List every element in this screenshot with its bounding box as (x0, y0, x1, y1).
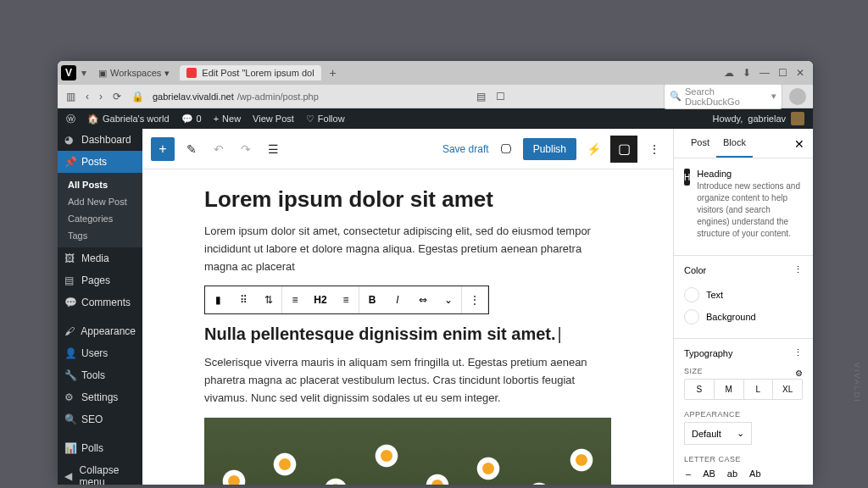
sidebar-item-addnew[interactable]: Add New Post (58, 193, 142, 210)
heart-icon: ♡ (306, 114, 314, 125)
text-align-button[interactable]: ≡ (333, 286, 359, 313)
reload-button[interactable]: ⟳ (111, 89, 123, 104)
case-none-button[interactable]: – (684, 467, 693, 480)
undo-button[interactable]: ↶ (209, 139, 229, 159)
sidebar-item-appearance[interactable]: 🖌Appearance (58, 320, 142, 342)
menu-icon[interactable]: ▾ (80, 65, 88, 80)
typography-panel-header[interactable]: Typography ⋮ (674, 339, 813, 367)
settings-slider-icon[interactable]: ⚙ (795, 369, 803, 378)
workspaces-label: Workspaces (110, 68, 161, 78)
block-options-button[interactable]: ⋮ (462, 286, 487, 313)
save-draft-button[interactable]: Save draft (442, 143, 489, 155)
heading-level-button[interactable]: H2 (308, 286, 333, 313)
case-capitalize-button[interactable]: Ab (748, 467, 762, 480)
sidebar-item-tags[interactable]: Tags (58, 227, 142, 244)
url-field[interactable]: gabrielav.vivaldi.net/wp-admin/post.php (153, 92, 319, 102)
sidebar-item-media[interactable]: 🖾Media (58, 247, 142, 269)
paragraph-block[interactable]: Scelerisque viverra mauris in aliquam se… (204, 354, 611, 407)
bold-button[interactable]: B (359, 286, 385, 313)
sidebar-item-seo[interactable]: 🔍SEO (58, 408, 142, 430)
search-input[interactable]: 🔍 Search DuckDuckGo ▾ (664, 84, 782, 109)
sidebar-item-dashboard[interactable]: ◕Dashboard (58, 129, 142, 151)
sidebar-item-comments[interactable]: 💬Comments (58, 291, 142, 313)
follow-link[interactable]: ♡Follow (306, 114, 345, 125)
maximize-button[interactable]: ☐ (778, 67, 787, 79)
preview-button[interactable]: 🖵 (496, 139, 516, 159)
size-l-button[interactable]: L (744, 380, 774, 399)
close-window-button[interactable]: ✕ (796, 67, 804, 79)
post-title[interactable]: Lorem ipsum dolor sit amet (204, 186, 611, 213)
block-description: Introduce new sections and organize cont… (697, 180, 803, 240)
background-color-button[interactable]: Background (684, 306, 803, 328)
back-button[interactable]: ‹ (84, 89, 91, 104)
tab-block[interactable]: Block (716, 129, 753, 158)
more-format-button[interactable]: ⌄ (436, 286, 461, 313)
settings-toggle-button[interactable]: ▢ (610, 136, 637, 163)
site-link[interactable]: 🏠Gabriela's world (87, 114, 170, 125)
paragraph-block[interactable]: Lorem ipsum dolor sit amet, consectetur … (204, 223, 611, 275)
minimize-button[interactable]: — (760, 67, 770, 79)
chevron-down-icon: ▾ (771, 91, 776, 102)
chart-icon: 📊 (64, 442, 76, 454)
drag-handle-icon[interactable]: ⠿ (231, 286, 256, 313)
tab-post[interactable]: Post (684, 129, 716, 158)
publish-button[interactable]: Publish (523, 138, 576, 160)
block-editor: + ✎ ↶ ↷ ☰ Save draft 🖵 Publish ⚡ ▢ ⋮ (142, 129, 813, 485)
comment-icon: 💬 (181, 114, 193, 125)
appearance-label: APPEARANCE (684, 410, 803, 419)
sidebar-item-categories[interactable]: Categories (58, 210, 142, 227)
avatar-icon (791, 112, 804, 125)
new-content-link[interactable]: + New (214, 114, 241, 124)
move-up-down-icon[interactable]: ⇅ (256, 286, 281, 313)
outline-button[interactable]: ☰ (263, 139, 283, 159)
sidebar-item-users[interactable]: 👤Users (58, 342, 142, 364)
size-s-button[interactable]: S (685, 380, 715, 399)
jetpack-icon[interactable]: ⚡ (583, 139, 604, 159)
sidebar-item-allposts[interactable]: All Posts (58, 176, 142, 193)
add-block-button[interactable]: + (151, 137, 175, 161)
redo-button[interactable]: ↷ (236, 139, 256, 159)
vivaldi-watermark: VIVALDI (853, 363, 861, 403)
tab-title: Edit Post "Lorem ipsum dol (202, 68, 314, 78)
link-button[interactable]: ⇔ (410, 286, 436, 313)
panel-icon[interactable]: ▥ (64, 89, 77, 104)
comments-link[interactable]: 💬0 (181, 114, 202, 125)
url-domain: gabrielav.vivaldi.net (153, 92, 234, 102)
view-post-link[interactable]: View Post (253, 114, 294, 124)
user-menu[interactable]: Howdy, gabrielav (712, 112, 804, 125)
bookmark-icon[interactable]: ☐ (494, 89, 507, 104)
sidebar-item-tools[interactable]: 🔧Tools (58, 364, 142, 386)
profile-avatar[interactable] (789, 88, 806, 105)
size-m-button[interactable]: M (715, 380, 744, 399)
color-panel-header[interactable]: Color ⋮ (674, 256, 813, 284)
edit-mode-button[interactable]: ✎ (181, 139, 202, 159)
sidebar-item-collapse[interactable]: ◀Collapse menu (58, 459, 142, 485)
heading-block[interactable]: Nulla pellentesque dignissim enim sit am… (204, 324, 611, 344)
reader-icon[interactable]: ▤ (475, 89, 487, 104)
cloud-icon[interactable]: ☁ (724, 67, 734, 79)
appearance-select[interactable]: Default ⌄ (684, 422, 752, 445)
block-type-icon[interactable]: ▮ (205, 286, 231, 313)
editor-canvas[interactable]: Lorem ipsum dolor sit amet Lorem ipsum d… (142, 169, 673, 485)
case-lower-button[interactable]: ab (726, 467, 739, 480)
workspaces-button[interactable]: ▣ Workspaces ▾ (92, 66, 176, 80)
close-inspector-button[interactable]: ✕ (794, 137, 804, 151)
text-color-button[interactable]: Text (684, 284, 803, 306)
lock-icon[interactable]: 🔒 (130, 89, 146, 104)
align-button[interactable]: ≡ (282, 286, 308, 313)
case-upper-button[interactable]: AB (701, 467, 717, 480)
wp-logo-icon[interactable]: ⓦ (66, 113, 75, 125)
new-tab-button[interactable]: + (325, 66, 342, 80)
sidebar-item-settings[interactable]: ⚙Settings (58, 386, 142, 408)
options-button[interactable]: ⋮ (644, 139, 665, 159)
sidebar-item-polls[interactable]: 📊Polls (58, 437, 142, 459)
italic-button[interactable]: I (385, 286, 410, 313)
download-icon[interactable]: ⬇ (743, 67, 751, 79)
size-xl-button[interactable]: XL (773, 380, 802, 399)
vivaldi-logo-icon[interactable]: V (61, 65, 76, 80)
sidebar-item-posts[interactable]: 📌Posts (58, 151, 142, 173)
browser-tab[interactable]: Edit Post "Lorem ipsum dol (180, 65, 320, 80)
image-block[interactable] (204, 418, 611, 485)
forward-button[interactable]: › (97, 89, 104, 104)
sidebar-item-pages[interactable]: ▤Pages (58, 269, 142, 291)
